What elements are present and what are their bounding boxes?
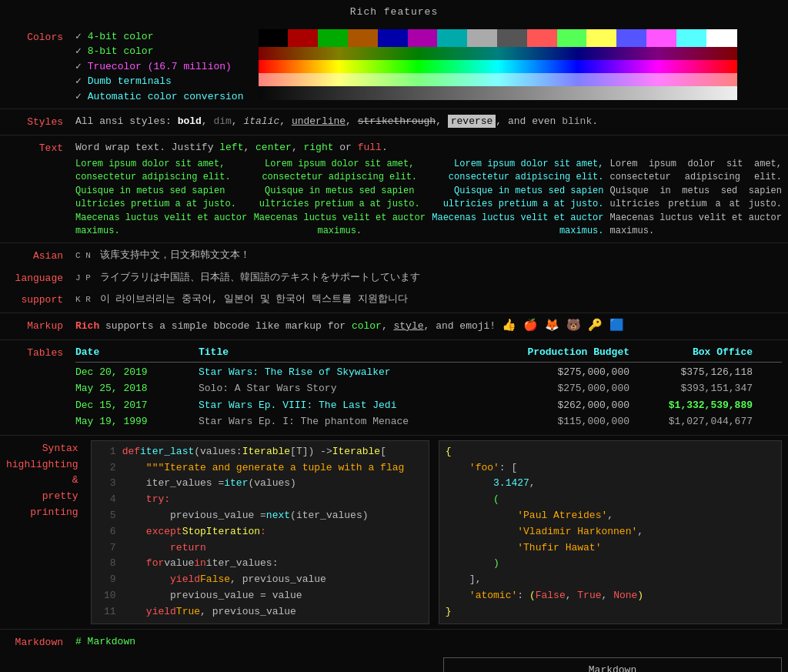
svg-rect-6 <box>437 29 467 47</box>
table-row: Dec 15, 2017 Star Wars Ep. VIII: The Las… <box>75 397 782 414</box>
svg-rect-16 <box>259 47 737 60</box>
markup-section: Markup Rich supports a simple bbcode lik… <box>0 315 788 339</box>
pp-line-8: ) <box>446 556 775 572</box>
code-line-4: 4 try: <box>92 492 429 508</box>
markup-label: Markup <box>6 318 75 334</box>
lorem-left: Lorem ipsum dolor sit amet, consectetur … <box>75 158 248 238</box>
code-line-11: 11 yield True, previous_value <box>92 604 429 620</box>
svg-rect-12 <box>616 29 646 47</box>
asian-section: Asian C N 该库支持中文，日文和韩文文本！ <box>0 245 788 267</box>
divider-2 <box>0 135 788 135</box>
syntax-section: Syntax highlighting & pretty printing 1 … <box>0 437 788 627</box>
row3-box: $1,332,539,889 <box>629 398 753 413</box>
row2-box: $393,151,347 <box>629 381 753 396</box>
svg-rect-0 <box>259 29 288 47</box>
pp-line-3: 3.1427, <box>446 476 775 492</box>
row1-box: $375,126,118 <box>629 365 753 380</box>
row1-budget: $275,000,000 <box>476 365 629 380</box>
pp-line-7: 'Thufir Hawat' <box>446 540 775 557</box>
syntax-label-line5: printing <box>30 507 78 518</box>
colors-label: Colors <box>6 29 75 45</box>
row4-date: May 19, 1999 <box>75 414 199 430</box>
tables-label: Tables <box>6 345 75 361</box>
table-header: Date Title Production Budget Box Office <box>75 345 782 363</box>
markdown-label: Markdown <box>6 634 75 650</box>
text-left: left <box>219 142 243 153</box>
row3-title: Star Wars Ep. VIII: The Last Jedi <box>199 398 476 413</box>
table-row: May 19, 1999 Star Wars Ep. I: The phanto… <box>75 413 782 430</box>
syntax-label-line1: Syntax <box>42 443 78 454</box>
row2-budget: $275,000,000 <box>476 381 629 396</box>
svg-rect-15 <box>706 29 737 47</box>
lorem-full: Lorem ipsum dolor sit amet, consectetur … <box>610 158 783 238</box>
row3-date: Dec 15, 2017 <box>75 398 199 413</box>
colors-content: ✓ 4-bit color ✓ 8-bit color ✓ Truecolor … <box>75 29 737 105</box>
col-title: Title <box>199 345 476 360</box>
text-full: full <box>358 142 382 153</box>
svg-rect-2 <box>318 29 348 47</box>
table-row: Dec 20, 2019 Star Wars: The Rise of Skyw… <box>75 364 782 381</box>
style-underline: underline <box>292 115 346 127</box>
code-line-5: 5 previous_value = next(iter_values) <box>92 508 429 524</box>
spectrum-svg <box>259 29 737 100</box>
svg-rect-19 <box>259 86 737 100</box>
code-line-9: 9 yield False, previous_value <box>92 572 429 588</box>
text-content: Word wrap text. Justify left, center, ri… <box>75 140 782 239</box>
col-budget: Production Budget <box>476 345 629 360</box>
table-row: May 25, 2018 Solo: A Star Wars Story $27… <box>75 380 782 397</box>
divider-1 <box>0 109 788 109</box>
pp-line-4: ( <box>446 492 775 508</box>
language-jp-badge: J P <box>75 273 91 283</box>
markup-text-mid: supports a simple bbcode like markup for <box>105 320 352 332</box>
divider-3 <box>0 242 788 243</box>
code-line-1: 1 def iter_last(values: Iterable[T]) -> … <box>92 444 429 460</box>
asian-cn-badge: C N <box>75 251 91 260</box>
styles-section: Styles All ansi styles: bold, dim, itali… <box>0 111 788 133</box>
markup-content: Rich supports a simple bbcode like marku… <box>75 318 782 336</box>
markdown-preview-box: Markdown <box>443 657 782 672</box>
text-label: Text <box>6 140 75 156</box>
markdown-source: # Markdown <box>75 636 135 647</box>
color-item-auto: ✓ Automatic color conversion <box>75 89 243 105</box>
markdown-content: # Markdown <box>75 634 782 650</box>
code-block: 1 def iter_last(values: Iterable[T]) -> … <box>91 440 429 624</box>
support-label: support <box>6 292 75 308</box>
colors-list: ✓ 4-bit color ✓ 8-bit color ✓ Truecolor … <box>75 29 243 105</box>
asian-content: C N 该库支持中文，日文和韩文文本！ <box>75 248 782 263</box>
svg-rect-17 <box>259 60 737 73</box>
pp-line-1: { <box>446 444 775 460</box>
code-line-7: 7 return <box>92 540 429 557</box>
syntax-content: 1 def iter_last(values: Iterable[T]) -> … <box>91 440 782 624</box>
language-label: language <box>6 270 75 286</box>
color-item-dumb: ✓ Dumb terminals <box>75 74 243 89</box>
svg-rect-3 <box>348 29 378 47</box>
support-kr-badge: K R <box>75 295 91 304</box>
syntax-label-line3: & <box>72 474 78 486</box>
support-kr-text: 이 라이브러리는 중국어, 일본어 및 한국어 텍스트를 지원합니다 <box>100 293 408 305</box>
pp-line-6: 'Vladimir Harkonnen', <box>446 524 775 540</box>
color-item-true: ✓ Truecolor (16.7 million) <box>75 59 243 75</box>
row4-box: $1,027,044,677 <box>629 414 753 430</box>
svg-rect-13 <box>646 29 676 47</box>
markup-color-word: color <box>352 320 382 332</box>
svg-rect-5 <box>408 29 437 47</box>
colors-section: Colors ✓ 4-bit color ✓ 8-bit color ✓ Tru… <box>0 26 788 108</box>
lorem-center: Lorem ipsum dolor sit amet, consectetur … <box>254 158 426 238</box>
style-reverse: reverse <box>448 115 496 128</box>
divider-6 <box>0 435 788 436</box>
svg-rect-7 <box>467 29 497 47</box>
text-center: center <box>255 142 292 153</box>
markdown-preview-title: Markdown <box>452 663 773 672</box>
svg-rect-4 <box>378 29 408 47</box>
text-justify-line: Word wrap text. Justify left, center, ri… <box>75 140 782 155</box>
code-line-8: 8 for value in iter_values: <box>92 556 429 572</box>
code-line-3: 3 iter_values = iter(values) <box>92 476 429 492</box>
lorem-right: Lorem ipsum dolor sit amet, consectetur … <box>432 158 604 238</box>
divider-5 <box>0 339 788 340</box>
code-line-6: 6 except StopIteration: <box>92 524 429 540</box>
style-blink: blink <box>562 115 592 127</box>
syntax-label-line2: highlighting <box>6 459 78 470</box>
svg-rect-18 <box>259 73 737 86</box>
col-date: Date <box>75 345 199 360</box>
row4-title: Star Wars Ep. I: The phantom Menace <box>199 414 476 430</box>
